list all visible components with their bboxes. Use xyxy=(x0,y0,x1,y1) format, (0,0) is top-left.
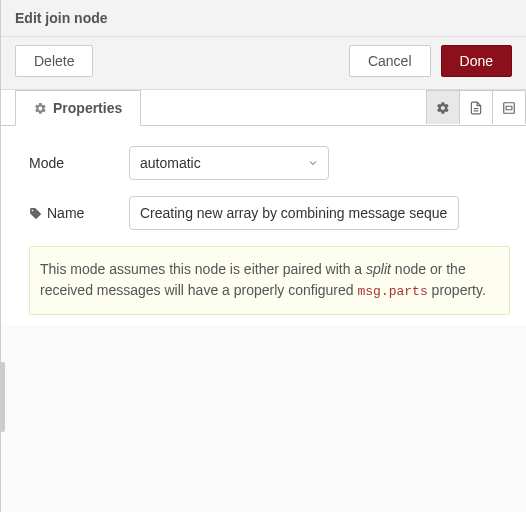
done-button[interactable]: Done xyxy=(441,45,512,77)
name-input[interactable] xyxy=(129,196,459,230)
mode-note: This mode assumes this node is either pa… xyxy=(29,246,510,315)
note-text-pre: This mode assumes this node is either pa… xyxy=(40,261,366,277)
panel-title: Edit join node xyxy=(1,0,526,37)
note-code: msg.parts xyxy=(358,284,428,299)
svg-rect-3 xyxy=(506,106,512,110)
tab-properties-label: Properties xyxy=(53,100,122,116)
name-label-text: Name xyxy=(47,205,84,221)
svg-rect-2 xyxy=(504,102,515,113)
gear-icon xyxy=(436,101,450,115)
edit-panel: Edit join node Delete Cancel Done Proper… xyxy=(0,0,526,512)
mode-select[interactable] xyxy=(129,146,329,180)
tabs-row: Properties xyxy=(1,90,526,126)
note-text-post: property. xyxy=(428,282,486,298)
delete-button[interactable]: Delete xyxy=(15,45,93,77)
mode-row: Mode xyxy=(29,146,510,180)
appearance-icon xyxy=(502,101,516,115)
scroll-handle[interactable] xyxy=(0,362,5,432)
tag-icon xyxy=(29,207,42,220)
icon-button-group xyxy=(427,90,526,125)
name-row: Name xyxy=(29,196,510,230)
node-description-button[interactable] xyxy=(459,90,493,124)
node-appearance-button[interactable] xyxy=(492,90,526,124)
gear-icon xyxy=(34,102,47,115)
action-row: Delete Cancel Done xyxy=(1,37,526,90)
form-area: Mode Name This mode assumes this node is… xyxy=(1,126,526,325)
spacer xyxy=(103,45,338,77)
note-em: split xyxy=(366,261,391,277)
mode-label: Mode xyxy=(29,155,129,171)
mode-select-wrap xyxy=(129,146,329,180)
document-icon xyxy=(469,101,483,115)
node-settings-button[interactable] xyxy=(426,90,460,124)
tab-properties[interactable]: Properties xyxy=(15,90,141,126)
cancel-button[interactable]: Cancel xyxy=(349,45,431,77)
name-label: Name xyxy=(29,205,129,221)
